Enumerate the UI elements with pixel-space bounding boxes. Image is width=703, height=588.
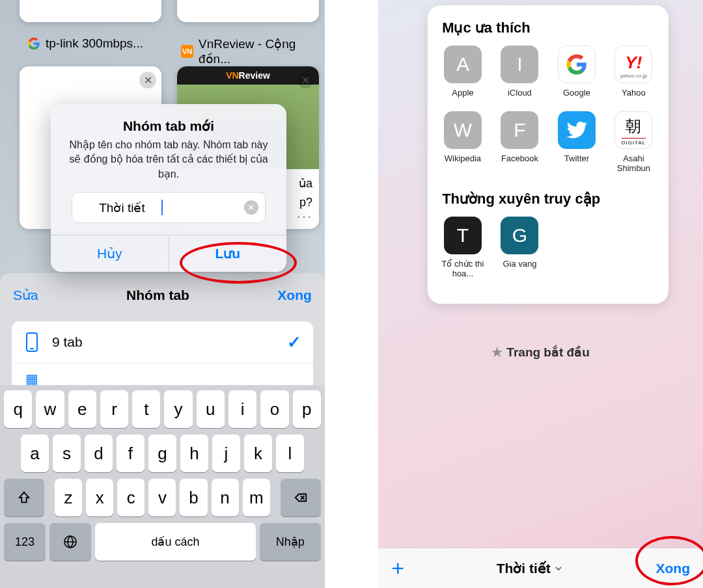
frequent-item[interactable]: TTổ chức thi hoa... <box>434 217 491 279</box>
screenshot-left: tp-link 300mbps... VN VnReview - Cộng đồ… <box>0 0 325 588</box>
frequent-label: Gia vang <box>503 260 536 269</box>
key-u[interactable]: u <box>197 390 225 428</box>
key-w[interactable]: w <box>36 390 64 428</box>
favorites-title: Mục ưa thích <box>428 20 669 46</box>
vnreview-favicon: VN <box>181 45 193 58</box>
favorite-item[interactable]: FFacebook <box>491 111 549 174</box>
key-y[interactable]: y <box>164 390 192 428</box>
key-h[interactable]: h <box>180 434 208 472</box>
frequent-label: Tổ chức thi hoa... <box>437 260 489 279</box>
favorite-label: Apple <box>452 88 473 98</box>
favorite-item[interactable]: IiCloud <box>491 46 549 98</box>
frequent-icon: T <box>444 217 482 254</box>
backspace-key[interactable] <box>281 479 321 516</box>
sheet-done-button[interactable]: Xong <box>277 287 312 303</box>
frequent-title: Thường xuyên truy cập <box>428 187 669 217</box>
favorite-label: Google <box>563 88 590 98</box>
key-j[interactable]: j <box>212 434 240 472</box>
favorite-label: iCloud <box>508 88 532 98</box>
close-icon[interactable]: ✕ <box>297 72 314 88</box>
frequent-grid: TTổ chức thi hoa...GGia vang <box>428 217 669 299</box>
tab-group-row[interactable]: 9 tab ✓ <box>12 321 313 364</box>
shift-key[interactable] <box>4 479 44 516</box>
key-d[interactable]: d <box>85 434 113 472</box>
favorite-icon: F <box>501 111 538 149</box>
keyboard: qwertyuiop asdfghjkl zxcvbnm 123 dấu các… <box>0 385 325 588</box>
tab-count-label: 9 tab <box>52 334 83 350</box>
text-caret <box>161 200 163 215</box>
key-l[interactable]: l <box>276 434 304 472</box>
key-n[interactable]: n <box>212 479 239 516</box>
key-q[interactable]: q <box>4 390 32 428</box>
key-b[interactable]: b <box>180 479 207 516</box>
number-key[interactable]: 123 <box>4 523 46 561</box>
sheet-title: Nhóm tab <box>126 287 189 303</box>
favorite-item[interactable]: Google <box>548 46 605 98</box>
kb-row-2: asdfghjkl <box>4 434 321 472</box>
key-f[interactable]: f <box>117 434 145 472</box>
key-g[interactable]: g <box>148 434 176 472</box>
tab-title-1: tp-link 300mbps... <box>46 36 143 51</box>
start-page-card[interactable]: Mục ưa thích AAppleIiCloudGoogleY!yahoo.… <box>428 5 669 304</box>
favorite-item[interactable]: WWikipedia <box>434 111 491 174</box>
new-tab-button[interactable]: + <box>391 555 404 581</box>
favorites-grid: AAppleIiCloudGoogleY!yahoo.co.jpYahooWWi… <box>428 46 669 187</box>
key-r[interactable]: r <box>100 390 128 428</box>
favorite-label: Twitter <box>564 154 589 164</box>
key-s[interactable]: s <box>53 434 81 472</box>
favorite-item[interactable]: AApple <box>434 46 491 98</box>
favorite-item[interactable]: 朝DIGITALAsahi Shimbun <box>605 111 663 174</box>
key-p[interactable]: p <box>293 390 321 428</box>
close-icon[interactable]: ✕ <box>139 72 156 88</box>
key-c[interactable]: c <box>117 479 145 516</box>
key-k[interactable]: k <box>244 434 272 472</box>
tab-label-1: tp-link 300mbps... <box>27 36 143 51</box>
key-x[interactable]: x <box>86 479 113 516</box>
chevron-down-icon <box>553 563 564 574</box>
key-a[interactable]: a <box>21 434 49 472</box>
tab-thumb-2[interactable] <box>177 0 319 22</box>
alert-title: Nhóm tab mới <box>64 118 273 134</box>
favorite-icon <box>558 111 596 149</box>
favorite-item[interactable]: Twitter <box>548 111 605 174</box>
favorite-icon <box>558 46 596 83</box>
key-m[interactable]: m <box>243 479 270 516</box>
key-i[interactable]: i <box>228 390 256 428</box>
globe-key[interactable] <box>49 523 91 561</box>
favorite-icon: A <box>444 46 482 83</box>
frequent-item[interactable]: GGia vang <box>491 217 549 279</box>
star-icon: ★ <box>491 345 503 359</box>
enter-key[interactable]: Nhập <box>260 523 321 561</box>
space-key[interactable]: dấu cách <box>95 523 256 561</box>
key-z[interactable]: z <box>55 479 82 516</box>
tab-group-name-input[interactable]: Thời tiết <box>81 200 163 215</box>
tab-group-selector[interactable]: Thời tiết <box>497 561 564 576</box>
favorite-icon: I <box>501 46 538 83</box>
favorite-label: Asahi Shimbun <box>607 154 659 174</box>
key-e[interactable]: e <box>68 390 96 428</box>
kb-row-1: qwertyuiop <box>4 390 321 428</box>
tab-group-list: 9 tab ✓ ▦ <box>12 321 313 395</box>
alert-message: Nhập tên cho nhóm tab này. Nhóm tab này … <box>64 138 273 181</box>
start-page-label: ★Trang bắt đầu <box>378 345 703 360</box>
done-button[interactable]: Xong <box>655 561 690 576</box>
screenshot-right: Mục ưa thích AAppleIiCloudGoogleY!yahoo.… <box>378 0 703 588</box>
key-v[interactable]: v <box>148 479 176 516</box>
save-button[interactable]: Lưu <box>169 235 287 272</box>
alert-input-wrap[interactable]: Thời tiết ✕ <box>72 192 266 223</box>
key-t[interactable]: t <box>132 390 160 428</box>
tab-thumb-1[interactable] <box>20 0 161 22</box>
cancel-button[interactable]: Hủy <box>51 235 169 272</box>
kb-row-3: zxcvbnm <box>4 479 321 516</box>
clear-input-icon[interactable]: ✕ <box>244 200 258 215</box>
favorite-icon: 朝DIGITAL <box>614 111 652 149</box>
bottom-toolbar: + Thời tiết Xong <box>378 548 703 588</box>
favorite-icon: Y!yahoo.co.jp <box>614 46 652 83</box>
ellipsis-icon[interactable]: ··· <box>297 208 312 225</box>
favorite-label: Yahoo <box>622 88 646 98</box>
phone-icon <box>23 332 40 353</box>
favorite-item[interactable]: Y!yahoo.co.jpYahoo <box>605 46 663 98</box>
key-o[interactable]: o <box>260 390 288 428</box>
new-tab-group-alert: Nhóm tab mới Nhập tên cho nhóm tab này. … <box>51 104 286 272</box>
sheet-edit-button[interactable]: Sửa <box>13 287 38 303</box>
